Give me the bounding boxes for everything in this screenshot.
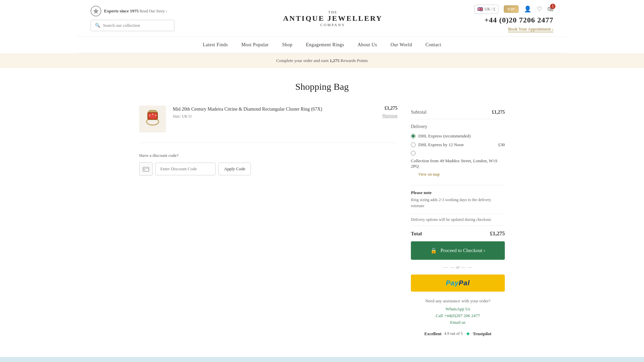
nav-contact[interactable]: Contact <box>425 42 441 48</box>
trustpilot-star-icon: ★ <box>466 330 470 337</box>
uk-flag-icon: 🇬🇧 <box>477 6 483 12</box>
nav-shop[interactable]: Shop <box>282 42 292 48</box>
paypal-logo: PayPal <box>446 279 470 287</box>
cart-item: Mid 20th Century Madeira Citrine & Diamo… <box>139 106 397 143</box>
rewards-suffix: Rewards Points <box>339 58 368 63</box>
nav-engagement-rings[interactable]: Engagement Rings <box>306 42 344 48</box>
brand-line1: THE <box>191 10 474 14</box>
total-label: Total <box>411 231 422 237</box>
assistance-text: Need any assistance with your order? <box>411 298 505 304</box>
svg-marker-0 <box>93 8 99 14</box>
search-icon: 🔍 <box>95 23 100 28</box>
cart-button[interactable]: 🛍 1 <box>547 6 553 13</box>
svg-rect-8 <box>143 167 149 171</box>
book-appointment-link[interactable]: Book Your Appointment › <box>508 26 553 32</box>
trustpilot-rating: 4.9 out of 5 <box>444 331 463 336</box>
svg-point-6 <box>152 114 153 115</box>
svg-point-9 <box>144 169 145 170</box>
delivery-label: Delivery <box>411 124 505 129</box>
account-button[interactable]: 👤 <box>524 5 531 13</box>
delivery-option-collection[interactable]: Collection from 49 Maddox Street, London… <box>411 151 505 177</box>
svg-point-7 <box>155 115 156 116</box>
wishlist-button[interactable]: ♡ <box>537 5 542 13</box>
delivery-note-section: Delivery options will be updated during … <box>411 214 505 226</box>
delivery-option-dhl-noon-label: DHL Express by 12 Noon <box>418 142 464 147</box>
header-right: 🇬🇧 UK / £ VIP 👤 ♡ 🛍 1 +44 (0)20 7206 247… <box>474 5 553 32</box>
nav-most-popular[interactable]: Most Popular <box>241 42 269 48</box>
discount-label: Have a discount code? <box>139 153 397 158</box>
phone-number: +44 (0)20 7206 2477 <box>484 16 553 24</box>
trustpilot-section: Excellent 4.9 out of 5 ★ Trustpilot <box>411 330 505 337</box>
brand-line3: COMPANY <box>191 23 474 27</box>
main-content: Shopping Bag <box>126 68 518 357</box>
please-note-section: Please note Ring sizing adds 2-3 working… <box>411 185 505 214</box>
page-title: Shopping Bag <box>139 81 505 92</box>
lock-icon: 🔒 <box>430 247 437 254</box>
vip-badge[interactable]: VIP <box>504 5 519 13</box>
delivery-section: Delivery DHL Express (recommended) DHL E… <box>411 119 505 185</box>
experts-badge: Experts since 1975 Read Our Story › <box>91 6 191 16</box>
delivery-radio-dhl-express[interactable] <box>411 134 416 138</box>
cart-items: Mid 20th Century Madeira Citrine & Diamo… <box>139 106 397 176</box>
please-note-text: Ring sizing adds 2-3 working days to the… <box>411 197 505 209</box>
discount-icon <box>139 162 153 176</box>
brand-logo: THE ANTIQUE JEWELLERY COMPANY <box>191 10 474 27</box>
item-image <box>139 106 166 132</box>
nav-our-world[interactable]: Our World <box>390 42 412 48</box>
delivery-option-collection-label: Collection from 49 Maddox Street, London… <box>411 158 505 169</box>
read-story-link[interactable]: Read Our Story › <box>140 9 167 13</box>
delivery-radio-dhl-noon[interactable] <box>411 142 416 147</box>
delivery-option-dhl-express-label: DHL Express (recommended) <box>418 133 471 139</box>
svg-marker-4 <box>148 110 158 112</box>
checkout-button[interactable]: 🔒 Proceed to Checkout › <box>411 241 505 260</box>
assistance-section: Need any assistance with your order? Wha… <box>411 298 505 325</box>
main-nav: Latest Finds Most Popular Shop Engagemen… <box>77 37 567 53</box>
currency-selector[interactable]: 🇬🇧 UK / £ <box>474 5 498 14</box>
search-input[interactable] <box>103 23 170 28</box>
delivery-option-dhl-express[interactable]: DHL Express (recommended) <box>411 133 505 139</box>
header-left: Experts since 1975 Read Our Story › 🔍 <box>91 6 191 31</box>
checkout-label: Proceed to Checkout › <box>440 248 485 253</box>
total-row: Total £1,275 <box>411 226 505 241</box>
cart-count: 1 <box>550 4 555 9</box>
rewards-points: 1,275 <box>330 58 339 63</box>
remove-item-button[interactable]: Remove <box>382 114 397 118</box>
discount-row: Apply Code <box>139 162 397 176</box>
delivery-note-text: Delivery options will be updated during … <box>411 217 505 222</box>
item-size: Size: UK O <box>173 114 376 119</box>
experts-text: Experts since 1975 <box>104 8 139 13</box>
subtotal-row: Subtotal £1,275 <box>411 106 505 119</box>
search-box[interactable]: 🔍 <box>91 20 174 31</box>
nav-latest-finds[interactable]: Latest Finds <box>203 42 228 48</box>
item-details: Mid 20th Century Madeira Citrine & Diamo… <box>173 106 376 119</box>
call-link[interactable]: Call +44(0)207 206 2477 <box>411 313 505 318</box>
item-price-section: £1,275 Remove <box>382 106 397 118</box>
trustpilot-excellent: Excellent <box>424 331 441 337</box>
paypal-button[interactable]: PayPal <box>411 275 505 292</box>
header-icons: 🇬🇧 UK / £ VIP 👤 ♡ 🛍 1 <box>474 5 553 14</box>
view-on-map-link[interactable]: View on map <box>418 172 440 177</box>
discount-input[interactable] <box>155 163 216 175</box>
item-price: £1,275 <box>385 106 398 111</box>
rewards-banner: Complete your order and earn 1,275 Rewar… <box>77 53 567 68</box>
experts-icon <box>91 6 101 16</box>
shopping-layout: Mid 20th Century Madeira Citrine & Diamo… <box>139 106 505 337</box>
please-note-title: Please note <box>411 190 505 195</box>
item-name: Mid 20th Century Madeira Citrine & Diamo… <box>173 106 376 113</box>
nav-about-us[interactable]: About Us <box>358 42 377 48</box>
rewards-prefix: Complete your order and earn <box>276 58 330 63</box>
email-link[interactable]: Email us <box>411 320 505 325</box>
experts-info: Experts since 1975 Read Our Story › <box>104 8 167 14</box>
brand-line2: ANTIQUE JEWELLERY <box>191 14 474 23</box>
whatsapp-link[interactable]: WhatsApp Us <box>411 306 505 312</box>
apply-code-button[interactable]: Apply Code <box>218 163 251 175</box>
delivery-option-dhl-noon-price: £30 <box>498 142 505 147</box>
currency-label: UK / £ <box>484 7 495 12</box>
subtotal-value: £1,275 <box>492 110 505 115</box>
delivery-radio-collection[interactable] <box>411 151 416 156</box>
subtotal-label: Subtotal <box>411 110 427 115</box>
order-summary: Subtotal £1,275 Delivery DHL Express (re… <box>411 106 505 337</box>
or-divider: — or — <box>411 264 505 270</box>
svg-point-5 <box>149 115 150 116</box>
delivery-option-dhl-noon[interactable]: DHL Express by 12 Noon £30 <box>411 142 505 147</box>
